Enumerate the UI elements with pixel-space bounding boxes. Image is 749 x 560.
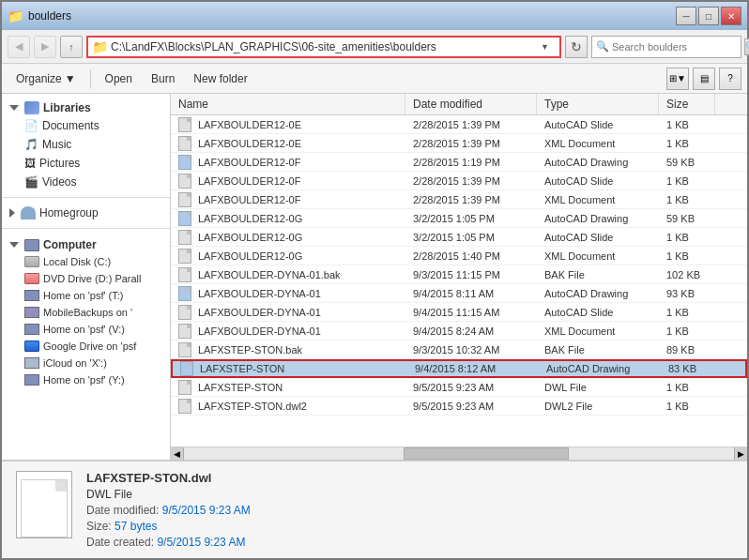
- up-button[interactable]: ↑: [60, 36, 83, 58]
- file-name-cell: LAFXBOULDER-DYNA-01.bak: [171, 267, 405, 282]
- file-date-cell: 2/28/2015 1:39 PM: [405, 138, 537, 149]
- title-bar: 📁 boulders ─ □ ✕: [2, 2, 747, 30]
- back-button[interactable]: ◀: [8, 36, 30, 58]
- mobile-backups-icon: [24, 307, 39, 318]
- file-type-cell: BAK File: [537, 269, 659, 280]
- libraries-header[interactable]: Libraries: [2, 98, 170, 116]
- file-name-cell: LAFXBOULDER12-0F: [171, 192, 405, 207]
- file-size-cell: 102 KB: [659, 269, 715, 280]
- file-type-cell: AutoCAD Drawing: [539, 363, 661, 374]
- close-button[interactable]: ✕: [721, 7, 741, 25]
- window-title: boulders: [28, 9, 71, 23]
- sidebar-item-home-y[interactable]: Home on 'psf' (Y:): [2, 371, 170, 388]
- sidebar-item-pictures[interactable]: 🖼 Pictures: [2, 154, 170, 173]
- search-button[interactable]: 🔍: [744, 38, 749, 55]
- file-row-8[interactable]: LAFXBOULDER-DYNA-01.bak 9/3/2015 11:15 P…: [171, 265, 747, 284]
- file-row-1[interactable]: LAFXBOULDER12-0E 2/28/2015 1:39 PM XML D…: [171, 134, 747, 153]
- bottom-panel: LAFXSTEP-STON.dwl DWL File Date modified…: [2, 460, 747, 558]
- sidebar-item-home-v[interactable]: Home on 'psf' (V:): [2, 321, 170, 338]
- left-panel: Libraries 📄 Documents 🎵 Music 🖼 Pictures…: [2, 94, 171, 460]
- sidebar-item-google-drive[interactable]: Google Drive on 'psf: [2, 338, 170, 355]
- homegroup-section: Homegroup: [2, 200, 170, 226]
- file-row-11[interactable]: LAFXBOULDER-DYNA-01 9/4/2015 8:24 AM XML…: [171, 322, 747, 341]
- help-button[interactable]: ?: [719, 68, 741, 90]
- minimize-button[interactable]: ─: [676, 7, 696, 25]
- right-panel: Name Date modified Type Size LAFXBOULDER…: [171, 94, 747, 460]
- sidebar-item-icloud[interactable]: iCloud on 'X':): [2, 355, 170, 371]
- file-row-7[interactable]: LAFXBOULDER12-0G 2/28/2015 1:40 PM XML D…: [171, 247, 747, 265]
- file-date-cell: 2/28/2015 1:39 PM: [405, 175, 537, 187]
- file-row-4[interactable]: LAFXBOULDER12-0F 2/28/2015 1:39 PM XML D…: [171, 190, 747, 209]
- maximize-button[interactable]: □: [698, 7, 719, 25]
- burn-button[interactable]: Burn: [143, 67, 183, 91]
- horizontal-scrollbar[interactable]: ◀ ▶: [171, 446, 747, 460]
- detail-size: Size: 57 bytes: [86, 520, 251, 533]
- hscroll-track: [184, 447, 734, 460]
- computer-header[interactable]: Computer: [2, 235, 170, 253]
- file-row-2[interactable]: LAFXBOULDER12-0F 2/28/2015 1:19 PM AutoC…: [171, 153, 747, 172]
- file-row-3[interactable]: LAFXBOULDER12-0F 2/28/2015 1:39 PM AutoC…: [171, 172, 747, 190]
- sidebar-item-local-disk[interactable]: Local Disk (C:): [2, 253, 170, 270]
- computer-expand-icon: [9, 242, 19, 248]
- file-size-cell: 1 KB: [659, 119, 715, 130]
- file-row-6[interactable]: LAFXBOULDER12-0G 3/2/2015 1:05 PM AutoCA…: [171, 228, 747, 247]
- sidebar-item-documents[interactable]: 📄 Documents: [2, 116, 170, 135]
- organize-button[interactable]: Organize ▼: [8, 67, 84, 91]
- file-date-cell: 9/4/2015 8:12 AM: [407, 363, 539, 374]
- detail-filetype: DWL File: [86, 488, 251, 501]
- file-row-5[interactable]: LAFXBOULDER12-0G 3/2/2015 1:05 PM AutoCA…: [171, 209, 747, 228]
- address-bar-area: ◀ ▶ ↑ 📁 C:\LandFX\Blocks\PLAN_GRAPHICS\0…: [2, 30, 747, 64]
- hscroll-thumb[interactable]: [404, 447, 569, 460]
- file-type-cell: DWL File: [537, 382, 659, 393]
- file-size-cell: 1 KB: [659, 138, 715, 149]
- refresh-button[interactable]: ↻: [565, 36, 588, 58]
- sidebar-item-dvd-drive[interactable]: DVD Drive (D:) Parall: [2, 270, 170, 287]
- file-size-cell: 1 KB: [659, 325, 715, 337]
- col-header-type[interactable]: Type: [537, 94, 659, 114]
- open-button[interactable]: Open: [97, 67, 141, 91]
- forward-button[interactable]: ▶: [34, 36, 56, 58]
- file-date-cell: 9/4/2015 8:11 AM: [405, 288, 537, 299]
- file-name-cell: LAFXBOULDER12-0G: [171, 211, 405, 226]
- search-input[interactable]: [612, 41, 741, 53]
- new-folder-button[interactable]: New folder: [185, 67, 255, 91]
- col-header-date[interactable]: Date modified: [405, 94, 537, 114]
- sidebar-item-music[interactable]: 🎵 Music: [2, 135, 170, 154]
- file-row-13[interactable]: LAFXSTEP-STON 9/4/2015 8:12 AM AutoCAD D…: [171, 359, 747, 378]
- network-drive-t-icon: [24, 290, 39, 301]
- computer-section: Computer Local Disk (C:) DVD Drive (D:) …: [2, 231, 170, 392]
- address-text[interactable]: C:\LandFX\Blocks\PLAN_GRAPHICS\06-site_a…: [111, 40, 537, 53]
- file-row-14[interactable]: LAFXSTEP-STON 9/5/2015 9:23 AM DWL File …: [171, 378, 747, 397]
- file-type-cell: AutoCAD Drawing: [537, 288, 659, 299]
- sidebar-item-home-t[interactable]: Home on 'psf' (T:): [2, 287, 170, 304]
- file-type-cell: AutoCAD Slide: [537, 175, 659, 187]
- file-list-header: Name Date modified Type Size: [171, 94, 747, 115]
- preview-pane-button[interactable]: ▤: [693, 68, 715, 90]
- sidebar-item-homegroup[interactable]: Homegroup: [2, 204, 170, 222]
- views-button[interactable]: ⊞▼: [666, 68, 689, 90]
- file-row-10[interactable]: LAFXBOULDER-DYNA-01 9/4/2015 11:15 AM Au…: [171, 303, 747, 322]
- toolbar: Organize ▼ Open Burn New folder ⊞▼ ▤ ?: [2, 64, 747, 94]
- file-row-9[interactable]: LAFXBOULDER-DYNA-01 9/4/2015 8:11 AM Aut…: [171, 284, 747, 303]
- file-name-cell: LAFXBOULDER-DYNA-01: [171, 305, 405, 320]
- file-size-cell: 1 KB: [659, 250, 715, 262]
- col-header-size[interactable]: Size: [659, 94, 715, 114]
- file-details: LAFXSTEP-STON.dwl DWL File Date modified…: [86, 471, 251, 549]
- file-row-12[interactable]: LAFXSTEP-STON.bak 9/3/2015 10:32 AM BAK …: [171, 341, 747, 359]
- sidebar-item-videos[interactable]: 🎬 Videos: [2, 173, 170, 191]
- file-row-15[interactable]: LAFXSTEP-STON.dwl2 9/5/2015 9:23 AM DWL2…: [171, 397, 747, 416]
- file-size-cell: 1 KB: [659, 401, 715, 412]
- col-header-name[interactable]: Name: [171, 94, 405, 114]
- file-size-cell: 1 KB: [659, 382, 715, 393]
- file-name-cell: LAFXBOULDER12-0E: [171, 117, 405, 132]
- sidebar-item-mobile-backups[interactable]: MobileBackups on ': [2, 304, 170, 321]
- detail-date-modified: Date modified: 9/5/2015 9:23 AM: [86, 504, 251, 517]
- address-dropdown-button[interactable]: ▼: [541, 42, 556, 52]
- file-preview-icon: [16, 471, 72, 538]
- file-preview-fold: [55, 480, 67, 492]
- file-type-cell: AutoCAD Slide: [537, 307, 659, 318]
- address-box: 📁 C:\LandFX\Blocks\PLAN_GRAPHICS\06-site…: [86, 36, 561, 58]
- search-box: 🔍 🔍: [591, 36, 741, 58]
- file-date-cell: 9/5/2015 9:23 AM: [405, 382, 537, 393]
- file-row-0[interactable]: LAFXBOULDER12-0E 2/28/2015 1:39 PM AutoC…: [171, 115, 747, 134]
